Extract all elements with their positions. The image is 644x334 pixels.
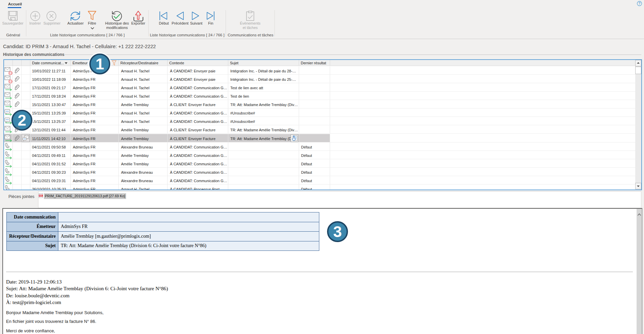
svg-text:?: ? bbox=[638, 2, 640, 5]
svg-text:PDF: PDF bbox=[39, 195, 42, 197]
